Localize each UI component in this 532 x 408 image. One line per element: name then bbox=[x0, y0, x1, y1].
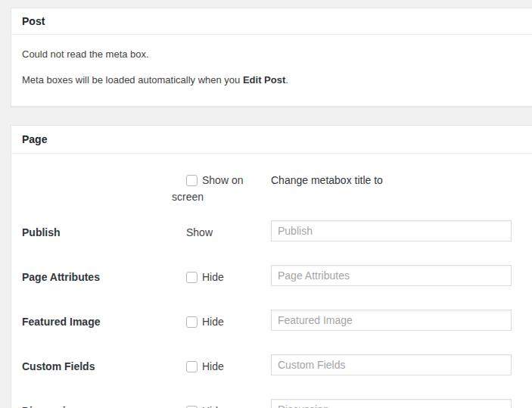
metabox-row-label: Featured Image bbox=[22, 310, 172, 329]
metabox-rows: Publish Show Page Attributes Hide Featur… bbox=[22, 220, 532, 408]
show-on-screen-header: Show on screen bbox=[172, 172, 271, 205]
metabox-title-input[interactable] bbox=[271, 265, 512, 286]
metabox-row: Page Attributes Hide bbox=[22, 265, 532, 310]
metabox-row-input-cell bbox=[271, 265, 532, 286]
metabox-settings-page: Post Could not read the meta box. Meta b… bbox=[0, 0, 532, 408]
metabox-title-input[interactable] bbox=[271, 220, 512, 241]
metabox-row-label: Custom Fields bbox=[22, 354, 172, 373]
info-text-prefix: Meta boxes will be loaded automatically … bbox=[22, 74, 243, 86]
hide-checkbox[interactable] bbox=[186, 361, 198, 372]
metabox-row-control-label: Hide bbox=[202, 271, 224, 283]
metabox-row-input-cell bbox=[271, 220, 532, 241]
metabox-row-control: Hide bbox=[172, 354, 271, 375]
metabox-row-control: Show bbox=[172, 220, 271, 241]
header-spacer bbox=[22, 172, 172, 177]
metabox-row-control-label: Show bbox=[186, 226, 213, 238]
metabox-row: Discussion Hide bbox=[22, 399, 532, 408]
metabox-row-control: Hide bbox=[172, 399, 271, 408]
metabox-row-label: Publish bbox=[22, 220, 172, 239]
page-metabox-panel: Page Show on screen Change metabox title… bbox=[11, 125, 532, 408]
hide-checkbox[interactable] bbox=[186, 316, 198, 328]
post-panel-body: Could not read the meta box. Meta boxes … bbox=[11, 48, 532, 106]
metabox-row-input-cell bbox=[271, 310, 532, 331]
post-metabox-panel: Post Could not read the meta box. Meta b… bbox=[11, 8, 532, 107]
show-on-screen-label: Show on screen bbox=[172, 174, 243, 203]
show-on-screen-checkbox[interactable] bbox=[186, 175, 198, 186]
change-metabox-title-header: Change metabox title to bbox=[271, 172, 532, 188]
metabox-row-input-cell bbox=[271, 399, 532, 408]
table-header-row: Show on screen Change metabox title to bbox=[22, 172, 532, 220]
metabox-row-control-label: Hide bbox=[202, 405, 224, 408]
metabox-title-input[interactable] bbox=[271, 310, 512, 331]
info-text-suffix: . bbox=[285, 74, 288, 86]
metabox-row: Publish Show bbox=[22, 220, 532, 265]
metabox-row-label: Page Attributes bbox=[22, 265, 172, 284]
metabox-row-input-cell bbox=[271, 354, 532, 375]
metabox-row-control: Hide bbox=[172, 265, 271, 285]
metabox-row-label: Discussion bbox=[22, 399, 172, 408]
metabox-title-input[interactable] bbox=[271, 399, 512, 408]
metabox-row: Custom Fields Hide bbox=[22, 354, 532, 399]
metabox-row-control-label: Hide bbox=[202, 316, 224, 328]
metabox-row-control-label: Hide bbox=[202, 360, 224, 372]
metabox-settings-table: Show on screen Change metabox title to P… bbox=[11, 172, 532, 408]
metabox-notice-text: Could not read the meta box. bbox=[22, 48, 523, 61]
metabox-row-control: Hide bbox=[172, 310, 271, 330]
page-panel-title: Page bbox=[11, 126, 532, 154]
metabox-title-input[interactable] bbox=[271, 354, 512, 375]
post-panel-title: Post bbox=[11, 8, 532, 35]
info-text-edit-post: Edit Post bbox=[243, 74, 285, 86]
metabox-row: Featured Image Hide bbox=[22, 310, 532, 354]
hide-checkbox[interactable] bbox=[186, 272, 198, 283]
metabox-info-text: Meta boxes will be loaded automatically … bbox=[22, 74, 523, 86]
